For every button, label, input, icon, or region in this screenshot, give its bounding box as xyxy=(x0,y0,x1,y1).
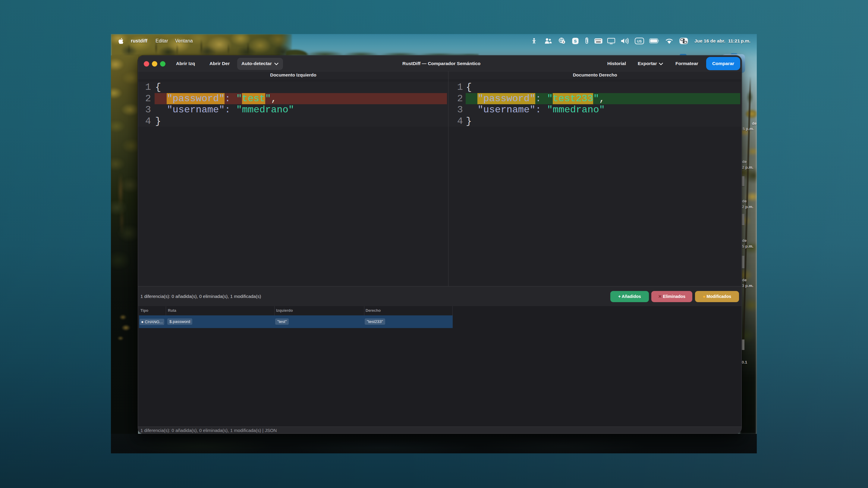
svg-text:US: US xyxy=(637,39,642,43)
svg-text:1: 1 xyxy=(563,41,564,43)
svg-text:S: S xyxy=(574,39,577,43)
